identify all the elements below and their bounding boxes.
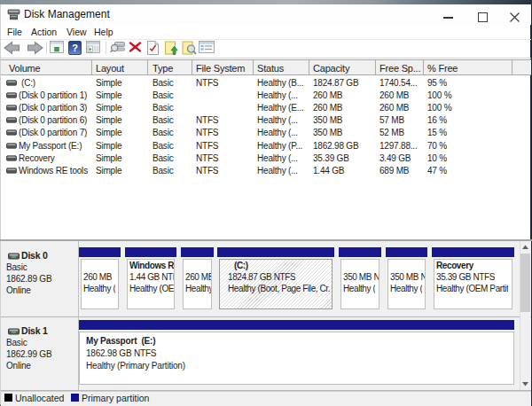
- svg-text:?: ?: [72, 43, 78, 53]
